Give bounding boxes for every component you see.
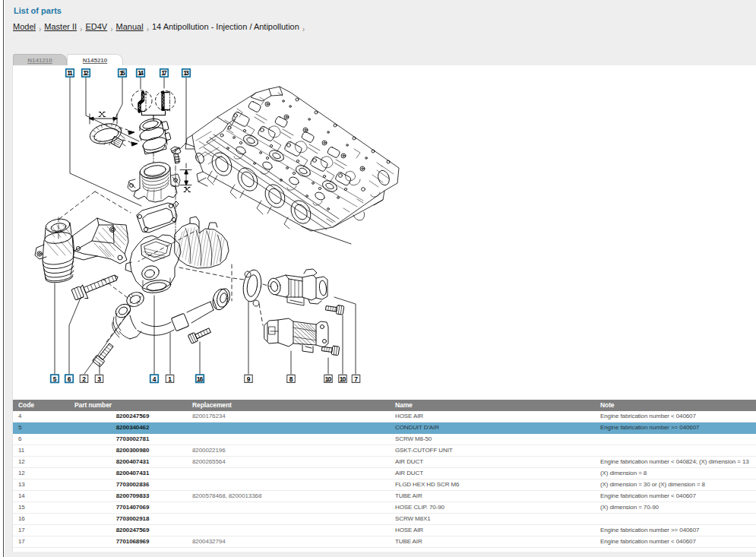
svg-text:12: 12 xyxy=(83,69,89,77)
svg-text:4: 4 xyxy=(153,375,157,383)
svg-text:10: 10 xyxy=(340,375,346,383)
svg-text:17: 17 xyxy=(161,69,167,77)
svg-text:5: 5 xyxy=(53,375,57,383)
svg-text:8: 8 xyxy=(289,375,293,383)
svg-text:6: 6 xyxy=(68,375,71,383)
svg-text:2: 2 xyxy=(82,375,86,383)
svg-text:7: 7 xyxy=(354,375,358,383)
svg-text:15: 15 xyxy=(119,69,125,77)
svg-text:3: 3 xyxy=(97,375,101,383)
svg-text:11: 11 xyxy=(67,69,73,77)
svg-text:14: 14 xyxy=(138,69,144,77)
svg-text:1: 1 xyxy=(168,375,172,383)
svg-text:10: 10 xyxy=(325,375,332,383)
svg-text:9: 9 xyxy=(247,375,251,383)
svg-text:13: 13 xyxy=(183,69,189,77)
svg-text:16: 16 xyxy=(197,375,204,383)
